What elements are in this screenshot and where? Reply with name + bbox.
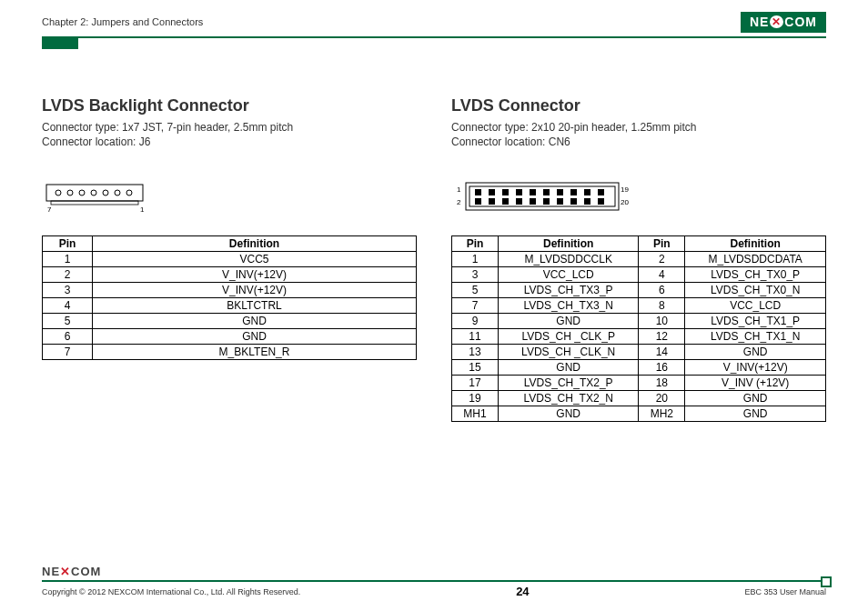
- table-row: 2V_INV(+12V): [43, 267, 417, 283]
- pin-cell: 14: [639, 345, 685, 360]
- def-cell: LVDS_CH_TX1_N: [685, 329, 826, 345]
- pin-cell: 16: [639, 360, 685, 376]
- table-row: 15GND16V_INV(+12V): [452, 360, 826, 376]
- table-row: 5LVDS_CH_TX3_P6LVDS_CH_TX0_N: [452, 283, 826, 298]
- pin-cell: 3: [452, 267, 499, 283]
- def-cell: LVDS_CH_TX2_P: [499, 376, 639, 391]
- svg-text:19: 19: [621, 185, 629, 194]
- th-pin: Pin: [43, 236, 93, 252]
- svg-point-5: [103, 190, 108, 195]
- svg-rect-32: [598, 198, 604, 205]
- def-cell: VCC_LCD: [499, 267, 639, 283]
- section-title: LVDS Connector: [451, 96, 826, 115]
- connector-location: Connector location: CN6: [451, 135, 826, 148]
- pin-cell: 1: [43, 252, 93, 267]
- table-row: 1M_LVDSDDCCLK2M_LVDSDDCDATA: [452, 252, 826, 267]
- pin-cell: 12: [639, 329, 685, 345]
- svg-rect-16: [516, 189, 522, 195]
- svg-rect-13: [475, 189, 481, 195]
- def-cell: GND: [93, 314, 417, 329]
- table-row: MH1GNDMH2GND: [452, 406, 826, 422]
- def-cell: LVDS_CH_TX0_N: [685, 283, 826, 298]
- pin-cell: 1: [452, 252, 499, 267]
- lvds-connector-section: LVDS Connector Connector type: 2x10 20-p…: [451, 96, 826, 422]
- svg-rect-21: [584, 189, 590, 195]
- svg-rect-31: [584, 198, 590, 205]
- table-row: 6GND: [43, 329, 417, 345]
- th-def: Definition: [93, 236, 417, 252]
- svg-point-1: [56, 190, 61, 195]
- table-row: 13LVDS_CH _CLK_N14GND: [452, 345, 826, 360]
- pin-cell: 6: [639, 283, 685, 298]
- def-cell: V_INV(+12V): [93, 283, 417, 298]
- svg-text:2: 2: [457, 198, 461, 206]
- svg-rect-22: [598, 189, 604, 195]
- footer-rule: [42, 580, 826, 582]
- def-cell: LVDS_CH_TX0_P: [685, 267, 826, 283]
- svg-rect-20: [570, 189, 577, 195]
- def-cell: LVDS_CH_TX2_N: [499, 391, 639, 406]
- pin-cell: 6: [43, 329, 93, 345]
- svg-rect-23: [475, 198, 481, 205]
- pin-cell: 5: [43, 314, 93, 329]
- pin-cell: 19: [452, 391, 499, 406]
- def-cell: GND: [685, 345, 826, 360]
- connector-location: Connector location: J6: [42, 135, 417, 148]
- copyright: Copyright © 2012 NEXCOM International Co…: [42, 587, 300, 596]
- svg-point-3: [79, 190, 85, 195]
- connector-diagram-j6: 7 1: [42, 177, 417, 214]
- pin-cell: 7: [452, 298, 499, 314]
- header-rule: [42, 36, 826, 38]
- table-row: 3VCC_LCD4LVDS_CH_TX0_P: [452, 267, 826, 283]
- svg-text:7: 7: [47, 205, 52, 214]
- pin-cell: MH1: [452, 406, 499, 422]
- def-cell: M_BKLTEN_R: [93, 345, 417, 360]
- table-row: 7M_BKLTEN_R: [43, 345, 417, 360]
- pin-cell: 7: [43, 345, 93, 360]
- tbody-j6: 1VCC52V_INV(+12V)3V_INV(+12V)4BKLTCTRL5G…: [43, 252, 417, 360]
- def-cell: LVDS_CH_TX1_P: [685, 314, 826, 329]
- pin-table-cn6: Pin Definition Pin Definition 1M_LVDSDDC…: [451, 235, 826, 422]
- table-row: 9GND10LVDS_CH_TX1_P: [452, 314, 826, 329]
- def-cell: V_INV(+12V): [685, 360, 826, 376]
- table-row: 5GND: [43, 314, 417, 329]
- svg-rect-14: [489, 189, 495, 195]
- th-pin2: Pin: [639, 236, 685, 252]
- svg-point-4: [91, 190, 96, 195]
- table-row: 4BKLTCTRL: [43, 298, 417, 314]
- lvds-backlight-section: LVDS Backlight Connector Connector type:…: [42, 96, 417, 422]
- pin-cell: 9: [452, 314, 499, 329]
- section-title: LVDS Backlight Connector: [42, 96, 417, 115]
- svg-rect-30: [570, 198, 577, 205]
- table-row: 3V_INV(+12V): [43, 283, 417, 298]
- def-cell: LVDS_CH_TX3_P: [499, 283, 639, 298]
- table-row: 11LVDS_CH _CLK_P12LVDS_CH_TX1_N: [452, 329, 826, 345]
- def-cell: GND: [499, 406, 639, 422]
- def-cell: V_INV(+12V): [93, 267, 417, 283]
- manual-name: EBC 353 User Manual: [744, 587, 826, 596]
- pin-cell: 5: [452, 283, 499, 298]
- accent-block: [42, 38, 78, 49]
- pin-cell: 13: [452, 345, 499, 360]
- pin-cell: 2: [639, 252, 685, 267]
- chapter-title: Chapter 2: Jumpers and Connectors: [42, 16, 203, 27]
- pin-cell: 4: [43, 298, 93, 314]
- def-cell: LVDS_CH_TX3_N: [499, 298, 639, 314]
- svg-rect-29: [557, 198, 563, 205]
- tbody-cn6: 1M_LVDSDDCCLK2M_LVDSDDCDATA3VCC_LCD4LVDS…: [452, 252, 826, 422]
- def-cell: M_LVDSDDCDATA: [685, 252, 826, 267]
- table-row: 17LVDS_CH_TX2_P18V_INV (+12V): [452, 376, 826, 391]
- pin-table-j6: Pin Definition 1VCC52V_INV(+12V)3V_INV(+…: [42, 235, 417, 360]
- svg-rect-27: [530, 198, 536, 205]
- pin-cell: 15: [452, 360, 499, 376]
- def-cell: LVDS_CH _CLK_N: [499, 345, 639, 360]
- def-cell: GND: [93, 329, 417, 345]
- def-cell: M_LVDSDDCCLK: [499, 252, 639, 267]
- pin-cell: 17: [452, 376, 499, 391]
- brand-logo-bottom: NE✕COM: [42, 565, 826, 578]
- connector-diagram-cn6: 1 2 19 20: [451, 177, 826, 214]
- svg-point-6: [115, 190, 120, 195]
- svg-text:1: 1: [140, 205, 145, 214]
- pin-cell: 3: [43, 283, 93, 298]
- page-number: 24: [516, 585, 529, 598]
